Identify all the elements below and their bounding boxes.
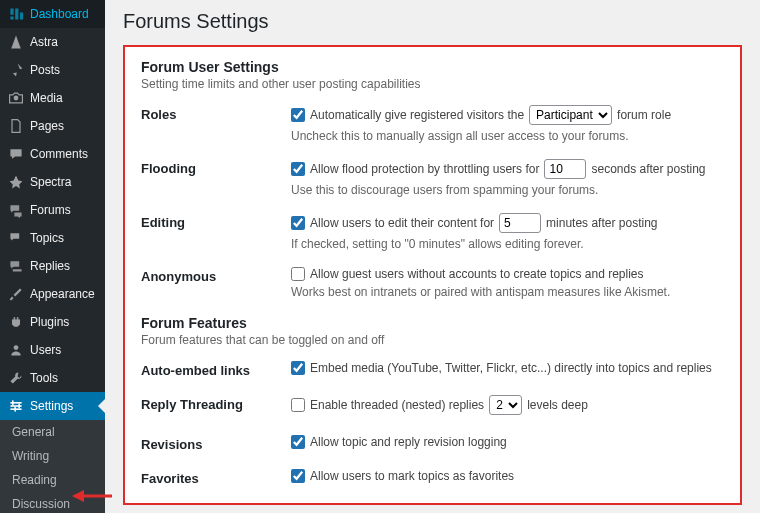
revisions-checkbox[interactable] (291, 435, 305, 449)
svg-rect-7 (14, 407, 16, 412)
sidebar-item-label: Spectra (30, 175, 71, 189)
editing-checkbox[interactable] (291, 216, 305, 230)
editing-minutes-input[interactable] (499, 213, 541, 233)
user-icon (8, 342, 24, 358)
sidebar-item-label: Dashboard (30, 7, 89, 21)
sidebar-item-forums[interactable]: Forums (0, 196, 105, 224)
forum-icon (8, 202, 24, 218)
roles-label: Roles (141, 105, 291, 122)
roles-checkbox[interactable] (291, 108, 305, 122)
revisions-label: Revisions (141, 435, 291, 452)
sidebar-item-label: Tools (30, 371, 58, 385)
admin-sidebar: Dashboard Astra Posts Media Pages Commen… (0, 0, 105, 513)
sidebar-item-topics[interactable]: Topics (0, 224, 105, 252)
sidebar-item-label: Posts (30, 63, 60, 77)
settings-submenu: General Writing Reading Discussion Media… (0, 420, 105, 513)
brush-icon (8, 286, 24, 302)
astra-icon (8, 34, 24, 50)
row-roles: Roles Automatically give registered visi… (141, 105, 724, 143)
row-favorites: Favorites Allow users to mark topics as … (141, 469, 724, 487)
sidebar-item-label: Media (30, 91, 63, 105)
autoembed-label: Auto-embed links (141, 361, 291, 378)
editing-label: Editing (141, 213, 291, 230)
reply-icon (8, 258, 24, 274)
spectra-icon (8, 174, 24, 190)
sidebar-item-media[interactable]: Media (0, 84, 105, 112)
roles-select[interactable]: Participant (529, 105, 612, 125)
flooding-seconds-input[interactable] (544, 159, 586, 179)
anonymous-label: Anonymous (141, 267, 291, 284)
user-settings-sub: Setting time limits and other user posti… (141, 77, 724, 91)
sidebar-item-label: Comments (30, 147, 88, 161)
sidebar-item-label: Topics (30, 231, 64, 245)
submenu-discussion[interactable]: Discussion (0, 492, 105, 513)
sidebar-item-appearance[interactable]: Appearance (0, 280, 105, 308)
sidebar-item-label: Forums (30, 203, 71, 217)
sidebar-item-users[interactable]: Users (0, 336, 105, 364)
user-settings-heading: Forum User Settings (141, 59, 724, 75)
sidebar-item-spectra[interactable]: Spectra (0, 168, 105, 196)
threading-checkbox[interactable] (291, 398, 305, 412)
flooding-help: Use this to discourage users from spammi… (291, 183, 724, 197)
sidebar-item-replies[interactable]: Replies (0, 252, 105, 280)
sidebar-item-pages[interactable]: Pages (0, 112, 105, 140)
comment-icon (8, 146, 24, 162)
threading-pre-text: Enable threaded (nested) replies (310, 398, 484, 412)
sidebar-item-label: Users (30, 343, 61, 357)
submenu-general[interactable]: General (0, 420, 105, 444)
autoembed-text: Embed media (YouTube, Twitter, Flickr, e… (310, 361, 712, 375)
flooding-post-text: seconds after posting (591, 162, 705, 176)
flooding-pre-text: Allow flood protection by throttling use… (310, 162, 539, 176)
settings-panel: Forum User Settings Setting time limits … (123, 45, 742, 505)
sidebar-item-plugins[interactable]: Plugins (0, 308, 105, 336)
row-threading: Reply Threading Enable threaded (nested)… (141, 395, 724, 419)
main-content: Forums Settings Forum User Settings Sett… (105, 0, 760, 513)
sidebar-item-label: Settings (30, 399, 73, 413)
editing-post-text: minutes after posting (546, 216, 657, 230)
sidebar-item-comments[interactable]: Comments (0, 140, 105, 168)
svg-rect-5 (12, 400, 14, 405)
flooding-checkbox[interactable] (291, 162, 305, 176)
editing-pre-text: Allow users to edit their content for (310, 216, 494, 230)
threading-levels-select[interactable]: 2 (489, 395, 522, 415)
roles-pre-text: Automatically give registered visitors t… (310, 108, 524, 122)
sidebar-item-posts[interactable]: Posts (0, 56, 105, 84)
favorites-label: Favorites (141, 469, 291, 486)
threading-post-text: levels deep (527, 398, 588, 412)
sidebar-item-astra[interactable]: Astra (0, 28, 105, 56)
topic-icon (8, 230, 24, 246)
anonymous-text: Allow guest users without accounts to cr… (310, 267, 644, 281)
sidebar-item-tools[interactable]: Tools (0, 364, 105, 392)
page-icon (8, 118, 24, 134)
row-revisions: Revisions Allow topic and reply revision… (141, 435, 724, 453)
plugin-icon (8, 314, 24, 330)
threading-label: Reply Threading (141, 395, 291, 412)
roles-post-text: forum role (617, 108, 671, 122)
svg-rect-6 (18, 404, 20, 409)
row-flooding: Flooding Allow flood protection by throt… (141, 159, 724, 197)
sidebar-item-label: Astra (30, 35, 58, 49)
features-sub: Forum features that can be toggled on an… (141, 333, 724, 347)
submenu-writing[interactable]: Writing (0, 444, 105, 468)
flooding-label: Flooding (141, 159, 291, 176)
page-title: Forums Settings (123, 10, 742, 33)
roles-help: Uncheck this to manually assign all user… (291, 129, 724, 143)
submenu-reading[interactable]: Reading (0, 468, 105, 492)
row-editing: Editing Allow users to edit their conten… (141, 213, 724, 251)
anonymous-help: Works best on intranets or paired with a… (291, 285, 724, 299)
anonymous-checkbox[interactable] (291, 267, 305, 281)
sidebar-item-label: Plugins (30, 315, 69, 329)
favorites-checkbox[interactable] (291, 469, 305, 483)
sidebar-item-settings[interactable]: Settings (0, 392, 105, 420)
row-anonymous: Anonymous Allow guest users without acco… (141, 267, 724, 299)
pin-icon (8, 62, 24, 78)
editing-help: If checked, setting to "0 minutes" allow… (291, 237, 724, 251)
sidebar-item-label: Pages (30, 119, 64, 133)
tool-icon (8, 370, 24, 386)
sidebar-item-dashboard[interactable]: Dashboard (0, 0, 105, 28)
features-heading: Forum Features (141, 315, 724, 331)
sidebar-item-label: Appearance (30, 287, 95, 301)
sidebar-item-label: Replies (30, 259, 70, 273)
favorites-text: Allow users to mark topics as favorites (310, 469, 514, 483)
autoembed-checkbox[interactable] (291, 361, 305, 375)
